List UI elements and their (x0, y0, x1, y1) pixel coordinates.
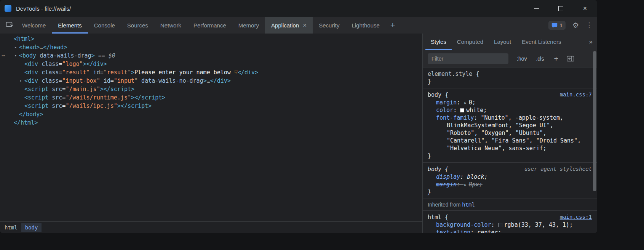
code-token: : (457, 181, 463, 188)
tree-row[interactable]: <script src="/wails/runtime.js"></script… (0, 93, 422, 102)
tree-row[interactable]: </html> (0, 119, 422, 127)
collapse-node-icon[interactable]: ▾ (13, 51, 18, 60)
css-line[interactable]: font-family: "Nunito", -apple-system, (423, 114, 597, 122)
toggle-sidebar-button[interactable] (567, 56, 574, 62)
code-token: class (38, 69, 59, 76)
expand-node-icon[interactable]: ▸ (18, 77, 24, 85)
tab-network[interactable]: Network (154, 17, 187, 34)
maximize-button[interactable] (548, 0, 573, 17)
css-line[interactable]: } (423, 188, 597, 196)
issues-counter[interactable]: 1 (548, 21, 566, 30)
css-line[interactable]: } (423, 78, 597, 85)
row-actions-icon[interactable]: ⋯ (2, 51, 5, 60)
tab-welcome[interactable]: Welcome (16, 17, 52, 34)
css-line[interactable]: display: block; (423, 173, 597, 181)
sidebar-tabs: StylesComputedLayoutEvent Listeners» (423, 34, 597, 50)
pointing-down-emoji: ☟ (234, 69, 238, 76)
tree-row[interactable]: <script src="/wails/ipc.js"></script> (0, 102, 422, 110)
inherited-node-link[interactable]: html (462, 202, 475, 208)
tab-security[interactable]: Security (313, 17, 345, 34)
code-token: html (428, 214, 441, 221)
css-line[interactable]: BlinkMacSystemFont, "Segoe UI", (423, 122, 597, 129)
css-line[interactable]: color: white; (423, 106, 597, 114)
code-token: "/wails/ipc.js" (66, 103, 117, 109)
css-line[interactable]: element.style { (423, 70, 597, 78)
style-rule: element.style {} (423, 67, 597, 88)
code-token: : (453, 107, 460, 114)
css-line[interactable]: } (423, 152, 597, 160)
tab-label: Elements (58, 22, 82, 29)
tree-row[interactable]: <div class="result" id="result">Please e… (0, 68, 422, 77)
code-token: <div (24, 69, 38, 76)
code-token: src (48, 94, 62, 101)
code-token: element.style (428, 71, 472, 77)
sidebar-tab-computed[interactable]: Computed (452, 34, 489, 50)
css-line[interactable]: text-align: center; (423, 229, 597, 233)
styles-toolbar: :hov .cls + (423, 50, 597, 67)
css-line[interactable]: margin: ▶8px; (423, 181, 597, 188)
css-line[interactable]: "Helvetica Neue", sans-serif; (423, 144, 597, 152)
css-line[interactable]: "Cantarell", "Fira Sans", "Droid Sans", (423, 137, 597, 144)
code-token: : (460, 173, 467, 180)
tab-elements[interactable]: Elements (52, 17, 88, 34)
tab-lighthouse[interactable]: Lighthouse (345, 17, 385, 34)
color-swatch[interactable] (498, 223, 502, 227)
issues-bubble-icon (551, 22, 558, 28)
tab-memory[interactable]: Memory (232, 17, 265, 34)
tree-row[interactable]: <div class="logo"></div> (0, 60, 422, 68)
tree-row[interactable]: <script src="/main.js"></script> (0, 85, 422, 93)
code-token: "input-box" (62, 77, 100, 84)
shorthand-expand-icon[interactable]: ▶ (464, 99, 466, 107)
css-line[interactable]: background-color: rgba(33, 37, 43, 1); (423, 221, 597, 229)
close-button[interactable]: × (573, 0, 597, 17)
more-tabs-button[interactable]: + (386, 17, 400, 34)
settings-button[interactable]: ⚙ (572, 21, 579, 30)
plus-icon: + (390, 20, 395, 30)
code-token: class (38, 77, 59, 84)
code-token: $0 (109, 52, 115, 59)
breadcrumb-item-html[interactable]: html (1, 223, 21, 232)
color-swatch[interactable] (460, 108, 464, 112)
breadcrumb-item-body[interactable]: body (21, 223, 42, 232)
toggle-element-classes-button[interactable]: .cls (536, 56, 544, 62)
tree-row[interactable]: ⋯▾<body data-wails-drag> == $0 (0, 51, 422, 60)
code-token: > (131, 69, 134, 76)
code-token: { (441, 214, 448, 221)
tab-sources[interactable]: Sources (121, 17, 154, 34)
tree-row[interactable]: ▸<head>…</head> (0, 43, 422, 51)
code-token: <div (24, 61, 38, 67)
tree-row[interactable]: </body> (0, 110, 422, 119)
shorthand-expand-icon[interactable]: ▶ (464, 181, 466, 189)
css-line[interactable]: "Roboto", "Oxygen", "Ubuntu", (423, 129, 597, 137)
styles-filter-input[interactable] (428, 53, 508, 64)
code-token: <script (24, 94, 48, 101)
main-menu-button[interactable]: ⋮ (586, 21, 593, 29)
code-token: … (40, 44, 43, 51)
code-token: { (441, 91, 448, 98)
inspect-button[interactable] (4, 17, 16, 34)
sidebar-tabs-overflow-button[interactable]: » (589, 34, 593, 50)
minimize-button[interactable] (524, 0, 548, 17)
tree-row[interactable]: <html> (0, 35, 422, 43)
styles-sections: element.style {}main.css:7body {margin: … (423, 67, 597, 233)
stylesheet-link[interactable]: main.css:1 (560, 214, 592, 220)
toggle-pseudo-state-button[interactable]: :hov (517, 56, 527, 62)
tab-application[interactable]: Application× (265, 17, 313, 34)
sidebar-tab-event-listeners[interactable]: Event Listeners (516, 34, 566, 50)
new-style-rule-button[interactable]: + (554, 55, 558, 62)
expand-node-icon[interactable]: ▸ (13, 43, 18, 51)
tree-row[interactable]: ▸<div class="input-box" id="input" data-… (0, 77, 422, 85)
code-token: text-align (436, 229, 470, 233)
stylesheet-link[interactable]: main.css:7 (560, 91, 592, 98)
sidebar-tab-layout[interactable]: Layout (489, 34, 516, 50)
inherited-from-label: Inherited from (428, 202, 462, 208)
tab-performance[interactable]: Performance (187, 17, 232, 34)
styles-scrollbar-thumb[interactable] (593, 51, 596, 191)
close-tab-icon[interactable]: × (303, 22, 307, 29)
sidebar-tab-styles[interactable]: Styles (425, 34, 452, 50)
css-line[interactable]: margin: ▶0; (423, 99, 597, 106)
code-token: body (428, 91, 441, 98)
tab-label: Application (271, 22, 299, 29)
tab-console[interactable]: Console (88, 17, 121, 34)
devtools-window: DevTools - file://wails/ × WelcomeElemen… (0, 0, 597, 233)
